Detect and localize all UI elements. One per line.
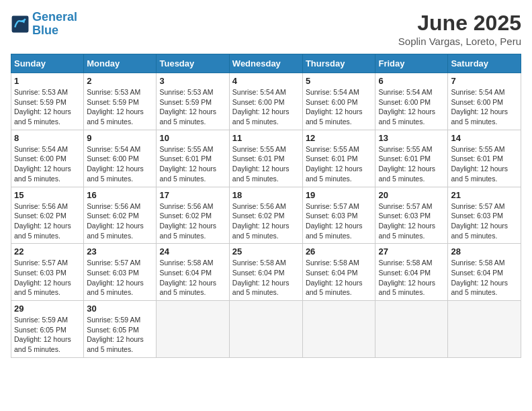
calendar-day-cell: 26 Sunrise: 5:58 AM Sunset: 6:04 PM Dayl… bbox=[302, 244, 375, 301]
day-number: 1 bbox=[14, 76, 81, 86]
calendar-day-cell: 2 Sunrise: 5:53 AM Sunset: 5:59 PM Dayli… bbox=[84, 73, 157, 130]
day-number: 12 bbox=[306, 133, 373, 143]
day-info: Sunrise: 5:53 AM Sunset: 5:59 PM Dayligh… bbox=[14, 87, 81, 127]
weekday-header-saturday: Saturday bbox=[448, 54, 521, 73]
day-number: 8 bbox=[14, 133, 81, 143]
calendar-week-row: 22 Sunrise: 5:57 AM Sunset: 6:03 PM Dayl… bbox=[11, 244, 521, 301]
day-number: 21 bbox=[451, 190, 518, 200]
day-number: 26 bbox=[306, 246, 373, 257]
page-header: General Blue June 2025 Soplin Vargas, Lo… bbox=[11, 11, 521, 47]
day-number: 7 bbox=[451, 76, 518, 86]
calendar-day-cell: 20 Sunrise: 5:57 AM Sunset: 6:03 PM Dayl… bbox=[375, 187, 448, 244]
day-info: Sunrise: 5:56 AM Sunset: 6:02 PM Dayligh… bbox=[14, 201, 81, 241]
calendar-day-cell bbox=[302, 301, 375, 358]
day-number: 16 bbox=[87, 190, 153, 200]
day-info: Sunrise: 5:56 AM Sunset: 6:02 PM Dayligh… bbox=[232, 201, 300, 241]
calendar-day-cell: 28 Sunrise: 5:58 AM Sunset: 6:04 PM Dayl… bbox=[448, 244, 521, 301]
day-info: Sunrise: 5:55 AM Sunset: 6:01 PM Dayligh… bbox=[159, 144, 226, 184]
calendar-day-cell: 24 Sunrise: 5:58 AM Sunset: 6:04 PM Dayl… bbox=[157, 244, 229, 301]
calendar-day-cell: 22 Sunrise: 5:57 AM Sunset: 6:03 PM Dayl… bbox=[11, 244, 84, 301]
day-info: Sunrise: 5:58 AM Sunset: 6:04 PM Dayligh… bbox=[232, 258, 300, 298]
day-info: Sunrise: 5:58 AM Sunset: 6:04 PM Dayligh… bbox=[159, 258, 226, 298]
svg-rect-0 bbox=[12, 15, 29, 32]
calendar-day-cell: 23 Sunrise: 5:57 AM Sunset: 6:03 PM Dayl… bbox=[84, 244, 157, 301]
calendar-day-cell: 29 Sunrise: 5:59 AM Sunset: 6:05 PM Dayl… bbox=[11, 301, 84, 358]
calendar-day-cell: 10 Sunrise: 5:55 AM Sunset: 6:01 PM Dayl… bbox=[157, 130, 229, 187]
weekday-header-friday: Friday bbox=[375, 54, 448, 73]
weekday-header-monday: Monday bbox=[84, 54, 157, 73]
day-info: Sunrise: 5:59 AM Sunset: 6:05 PM Dayligh… bbox=[14, 315, 81, 355]
day-info: Sunrise: 5:57 AM Sunset: 6:03 PM Dayligh… bbox=[14, 258, 81, 298]
day-number: 30 bbox=[87, 304, 153, 314]
day-info: Sunrise: 5:58 AM Sunset: 6:04 PM Dayligh… bbox=[306, 258, 373, 298]
calendar-day-cell: 30 Sunrise: 5:59 AM Sunset: 6:05 PM Dayl… bbox=[84, 301, 157, 358]
day-info: Sunrise: 5:58 AM Sunset: 6:04 PM Dayligh… bbox=[451, 258, 518, 298]
logo: General Blue bbox=[11, 11, 77, 38]
calendar-day-cell bbox=[229, 301, 302, 358]
day-number: 9 bbox=[87, 133, 153, 143]
day-info: Sunrise: 5:56 AM Sunset: 6:02 PM Dayligh… bbox=[159, 201, 226, 241]
calendar-day-cell bbox=[157, 301, 229, 358]
location-title: Soplin Vargas, Loreto, Peru bbox=[398, 36, 521, 47]
day-info: Sunrise: 5:58 AM Sunset: 6:04 PM Dayligh… bbox=[378, 258, 445, 298]
calendar-day-cell: 19 Sunrise: 5:57 AM Sunset: 6:03 PM Dayl… bbox=[302, 187, 375, 244]
calendar-day-cell: 12 Sunrise: 5:55 AM Sunset: 6:01 PM Dayl… bbox=[302, 130, 375, 187]
calendar-day-cell: 17 Sunrise: 5:56 AM Sunset: 6:02 PM Dayl… bbox=[157, 187, 229, 244]
calendar-day-cell: 16 Sunrise: 5:56 AM Sunset: 6:02 PM Dayl… bbox=[84, 187, 157, 244]
day-info: Sunrise: 5:54 AM Sunset: 6:00 PM Dayligh… bbox=[87, 144, 153, 184]
calendar-day-cell: 15 Sunrise: 5:56 AM Sunset: 6:02 PM Dayl… bbox=[11, 187, 84, 244]
day-info: Sunrise: 5:55 AM Sunset: 6:01 PM Dayligh… bbox=[451, 144, 518, 184]
calendar-table: SundayMondayTuesdayWednesdayThursdayFrid… bbox=[11, 54, 521, 358]
calendar-day-cell: 6 Sunrise: 5:54 AM Sunset: 6:00 PM Dayli… bbox=[375, 73, 448, 130]
logo-text: General Blue bbox=[32, 11, 77, 38]
calendar-day-cell: 3 Sunrise: 5:53 AM Sunset: 5:59 PM Dayli… bbox=[157, 73, 229, 130]
calendar-day-cell bbox=[375, 301, 448, 358]
day-number: 24 bbox=[159, 246, 226, 257]
day-number: 29 bbox=[14, 304, 81, 314]
day-info: Sunrise: 5:53 AM Sunset: 5:59 PM Dayligh… bbox=[87, 87, 153, 127]
calendar-week-row: 8 Sunrise: 5:54 AM Sunset: 6:00 PM Dayli… bbox=[11, 130, 521, 187]
calendar-day-cell bbox=[448, 301, 521, 358]
title-area: June 2025 Soplin Vargas, Loreto, Peru bbox=[398, 11, 521, 47]
day-number: 27 bbox=[378, 246, 445, 257]
day-info: Sunrise: 5:54 AM Sunset: 6:00 PM Dayligh… bbox=[306, 87, 373, 127]
day-number: 25 bbox=[232, 246, 300, 257]
day-info: Sunrise: 5:55 AM Sunset: 6:01 PM Dayligh… bbox=[232, 144, 300, 184]
day-info: Sunrise: 5:56 AM Sunset: 6:02 PM Dayligh… bbox=[87, 201, 153, 241]
calendar-day-cell: 27 Sunrise: 5:58 AM Sunset: 6:04 PM Dayl… bbox=[375, 244, 448, 301]
day-number: 19 bbox=[306, 190, 373, 200]
weekday-header-tuesday: Tuesday bbox=[157, 54, 229, 73]
day-info: Sunrise: 5:55 AM Sunset: 6:01 PM Dayligh… bbox=[378, 144, 445, 184]
weekday-header-row: SundayMondayTuesdayWednesdayThursdayFrid… bbox=[11, 54, 521, 73]
day-info: Sunrise: 5:53 AM Sunset: 5:59 PM Dayligh… bbox=[159, 87, 226, 127]
day-number: 3 bbox=[159, 76, 226, 86]
calendar-day-cell: 13 Sunrise: 5:55 AM Sunset: 6:01 PM Dayl… bbox=[375, 130, 448, 187]
calendar-day-cell: 1 Sunrise: 5:53 AM Sunset: 5:59 PM Dayli… bbox=[11, 73, 84, 130]
calendar-day-cell: 21 Sunrise: 5:57 AM Sunset: 6:03 PM Dayl… bbox=[448, 187, 521, 244]
calendar-day-cell: 18 Sunrise: 5:56 AM Sunset: 6:02 PM Dayl… bbox=[229, 187, 302, 244]
day-number: 20 bbox=[378, 190, 445, 200]
day-number: 14 bbox=[451, 133, 518, 143]
day-number: 23 bbox=[87, 246, 153, 257]
calendar-week-row: 1 Sunrise: 5:53 AM Sunset: 5:59 PM Dayli… bbox=[11, 73, 521, 130]
calendar-day-cell: 4 Sunrise: 5:54 AM Sunset: 6:00 PM Dayli… bbox=[229, 73, 302, 130]
day-info: Sunrise: 5:54 AM Sunset: 6:00 PM Dayligh… bbox=[14, 144, 81, 184]
day-info: Sunrise: 5:55 AM Sunset: 6:01 PM Dayligh… bbox=[306, 144, 373, 184]
month-title: June 2025 bbox=[398, 11, 521, 36]
day-number: 28 bbox=[451, 246, 518, 257]
logo-icon bbox=[11, 15, 30, 34]
day-number: 13 bbox=[378, 133, 445, 143]
day-number: 22 bbox=[14, 246, 81, 257]
calendar-week-row: 15 Sunrise: 5:56 AM Sunset: 6:02 PM Dayl… bbox=[11, 187, 521, 244]
day-number: 2 bbox=[87, 76, 153, 86]
calendar-day-cell: 9 Sunrise: 5:54 AM Sunset: 6:00 PM Dayli… bbox=[84, 130, 157, 187]
weekday-header-sunday: Sunday bbox=[11, 54, 84, 73]
day-info: Sunrise: 5:57 AM Sunset: 6:03 PM Dayligh… bbox=[306, 201, 373, 241]
day-info: Sunrise: 5:57 AM Sunset: 6:03 PM Dayligh… bbox=[378, 201, 445, 241]
day-info: Sunrise: 5:59 AM Sunset: 6:05 PM Dayligh… bbox=[87, 315, 153, 355]
calendar-day-cell: 11 Sunrise: 5:55 AM Sunset: 6:01 PM Dayl… bbox=[229, 130, 302, 187]
calendar-day-cell: 8 Sunrise: 5:54 AM Sunset: 6:00 PM Dayli… bbox=[11, 130, 84, 187]
day-number: 11 bbox=[232, 133, 300, 143]
weekday-header-thursday: Thursday bbox=[302, 54, 375, 73]
day-number: 17 bbox=[159, 190, 226, 200]
